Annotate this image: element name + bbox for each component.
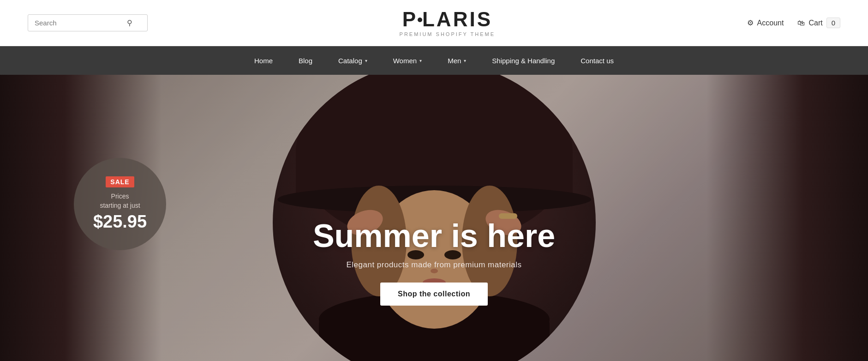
chevron-down-icon: ▾ (365, 58, 367, 63)
nav-item-blog[interactable]: Blog (286, 46, 325, 75)
hero-section: SALE Pricesstarting at just $25.95 Summe… (0, 75, 868, 361)
nav-item-contact[interactable]: Contact us (568, 46, 627, 75)
nav-women-label: Women (393, 57, 417, 65)
logo-tagline: PREMIUM SHOPIFY THEME (400, 31, 495, 37)
navbar: Home Blog Catalog ▾ Women ▾ Men ▾ Shippi… (0, 46, 868, 75)
search-bar[interactable]: ⚲ (28, 14, 148, 31)
cart-button[interactable]: 🛍 Cart 0 (797, 18, 840, 28)
nav-contact-label: Contact us (581, 57, 614, 65)
shop-collection-button[interactable]: Shop the collection (380, 283, 488, 306)
nav-catalog-label: Catalog (338, 57, 362, 65)
cart-count: 0 (826, 18, 840, 28)
search-input[interactable] (35, 19, 127, 27)
sale-badge-circle: SALE Pricesstarting at just $25.95 (74, 158, 166, 250)
nav-item-men[interactable]: Men ▾ (435, 46, 479, 75)
nav-item-shipping[interactable]: Shipping & Handling (479, 46, 568, 75)
hero-subtitle: Elegant products made from premium mater… (250, 260, 619, 270)
account-button[interactable]: ⚙ Account (747, 18, 784, 27)
sale-label: SALE (106, 176, 134, 187)
nav-men-label: Men (448, 57, 461, 65)
nav-shipping-label: Shipping & Handling (492, 57, 555, 65)
hero-title: Summer is here (250, 218, 619, 254)
sale-starting-text: Pricesstarting at just (100, 192, 140, 210)
chevron-down-icon: ▾ (464, 58, 466, 63)
header: ⚲ PLARIS PREMIUM SHOPIFY THEME ⚙ Account… (0, 0, 868, 46)
cart-label: Cart (808, 19, 822, 27)
nav-item-home[interactable]: Home (241, 46, 286, 75)
nav-home-label: Home (254, 57, 273, 65)
bag-icon: 🛍 (797, 19, 805, 27)
logo-dot (418, 18, 422, 22)
header-right: ⚙ Account 🛍 Cart 0 (747, 18, 840, 28)
account-label: Account (757, 19, 784, 27)
nav-item-women[interactable]: Women ▾ (380, 46, 435, 75)
logo-area: PLARIS PREMIUM SHOPIFY THEME (400, 9, 495, 37)
nav-blog-label: Blog (299, 57, 312, 65)
gear-icon: ⚙ (747, 18, 754, 27)
logo-title: PLARIS (400, 9, 495, 30)
search-icon[interactable]: ⚲ (127, 18, 132, 27)
nav-item-catalog[interactable]: Catalog ▾ (325, 46, 380, 75)
chevron-down-icon: ▾ (419, 58, 422, 63)
sale-price: $25.95 (93, 212, 147, 232)
hero-content: Summer is here Elegant products made fro… (250, 218, 619, 306)
hero-right-figure (706, 75, 868, 361)
